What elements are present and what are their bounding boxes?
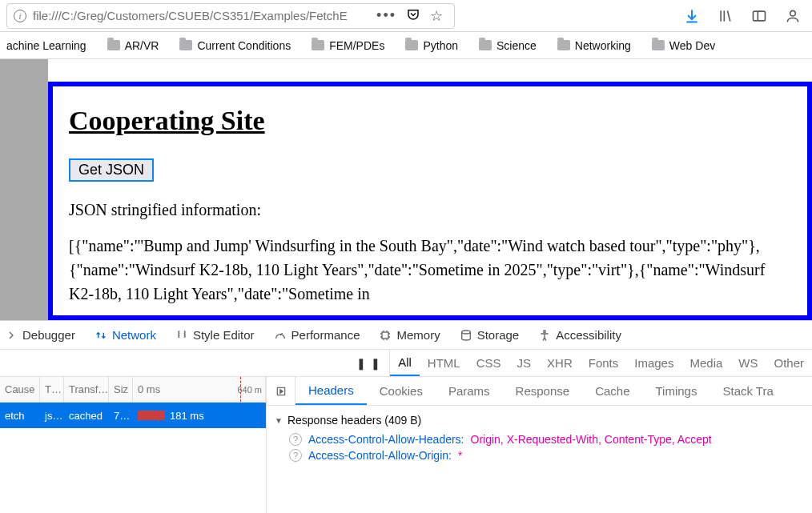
filter-fonts[interactable]: Fonts [581,350,627,376]
browser-urlbar-row: i file:///C:/Greg/Customers/CSUEB/CS351/… [0,0,812,32]
folder-icon [405,40,418,50]
network-request-row[interactable]: etch js… cached 7… 181 ms [0,403,266,428]
svg-point-3 [461,331,470,334]
header-row: ? Access-Control-Allow-Headers: Origin, … [275,431,804,447]
header-name: Access-Control-Allow-Headers: [308,433,464,446]
tab-memory[interactable]: Memory [379,328,440,342]
col-transferred[interactable]: Transf… [64,377,109,402]
bookmark-folder[interactable]: Web Dev [647,36,720,55]
folder-icon [652,40,665,50]
viewport-edge [0,59,48,320]
filter-ws[interactable]: WS [730,350,766,376]
filter-media[interactable]: Media [681,350,730,376]
page-viewport: Cooperating Site Get JSON JSON stringifi… [0,59,812,320]
details-tabbar: Headers Cookies Params Response Cache Ti… [267,377,812,406]
response-headers-section[interactable]: ▼ Response headers (409 B) [275,414,804,427]
sidebar-icon[interactable] [751,8,767,24]
pause-button[interactable]: ❚ ❚ [348,350,390,376]
bookmark-folder[interactable]: Python [400,36,463,55]
details-tab-cache[interactable]: Cache [582,377,642,405]
col-size[interactable]: Siz [109,377,133,402]
toolbar-icons [684,8,806,24]
devtools-tabbar: Debugger Network Style Editor Performanc… [0,321,812,350]
get-json-button[interactable]: Get JSON [69,158,154,182]
disclosure-triangle-icon[interactable]: ▼ [275,416,283,425]
toggle-raw-icon[interactable] [267,377,295,405]
details-tab-headers[interactable]: Headers [295,377,367,405]
bookmark-folder[interactable]: FEM/PDEs [307,36,389,55]
details-tab-response[interactable]: Response [503,377,583,405]
details-tab-timings[interactable]: Timings [643,377,710,405]
filter-html[interactable]: HTML [420,350,468,376]
filter-js[interactable]: JS [509,350,540,376]
network-table-header: Cause T… Transf… Siz 0 ms 640 m [0,377,266,403]
details-tab-params[interactable]: Params [436,377,503,405]
bookmark-folder[interactable]: Networking [553,36,636,55]
folder-icon [107,40,120,50]
filter-xhr[interactable]: XHR [539,350,581,376]
bookmark-label: Web Dev [669,39,715,52]
url-bar[interactable]: i file:///C:/Greg/Customers/CSUEB/CS351/… [6,3,455,29]
filter-css[interactable]: CSS [468,350,509,376]
bookmark-label: Networking [575,39,631,52]
tab-storage[interactable]: Storage [460,328,520,342]
json-dump-text: [{"name":"'Bump and Jump' Windsurfing in… [69,234,791,306]
help-icon[interactable]: ? [289,433,302,446]
bookmarks-bar: achine Learning AR/VR Current Conditions… [0,32,812,59]
header-row: ? Access-Control-Allow-Origin: * [275,447,804,463]
network-filter-bar: ❚ ❚ All HTML CSS JS XHR Fonts Images Med… [0,350,812,377]
col-cause[interactable]: Cause [0,377,40,402]
header-name: Access-Control-Allow-Origin: [308,449,452,462]
tab-network[interactable]: Network [94,328,156,342]
filter-other[interactable]: Other [766,350,812,376]
bookmark-folder[interactable]: Science [474,36,541,55]
devtools-panel: Debugger Network Style Editor Performanc… [0,320,812,513]
bookmark-label: Current Conditions [197,39,291,52]
bookmark-label: AR/VR [125,39,159,52]
svg-rect-2 [382,332,388,339]
page-actions-icon[interactable]: ••• [372,7,401,24]
filter-all[interactable]: All [390,350,420,376]
tab-performance[interactable]: Performance [274,328,360,342]
request-details: Headers Cookies Params Response Cache Ti… [267,377,812,513]
library-icon[interactable] [718,8,734,24]
bookmark-label: Science [496,39,537,52]
svg-point-1 [790,10,796,16]
bookmark-folder[interactable]: Current Conditions [175,36,295,55]
bookmark-star-icon[interactable]: ☆ [425,7,448,25]
downloads-icon[interactable] [684,8,700,24]
bookmark-label: FEM/PDEs [329,39,384,52]
folder-icon [479,40,492,50]
url-text: file:///C:/Greg/Customers/CSUEB/CS351/Ex… [33,9,348,22]
account-icon[interactable] [785,8,801,24]
svg-marker-6 [279,389,283,393]
network-table: Cause T… Transf… Siz 0 ms 640 m etch js…… [0,377,267,513]
page-title: Cooperating Site [69,106,791,136]
tab-debugger[interactable]: Debugger [5,328,75,342]
folder-icon [557,40,570,50]
page-content: Cooperating Site Get JSON JSON stringifi… [48,82,812,320]
details-tab-cookies[interactable]: Cookies [367,377,436,405]
svg-point-4 [544,331,546,333]
bookmark-folder[interactable]: achine Learning [2,36,91,55]
bookmark-label: Python [423,39,458,52]
bookmark-folder[interactable]: AR/VR [103,36,164,55]
tab-accessibility[interactable]: Accessibility [538,328,621,342]
folder-icon [312,40,324,50]
bookmark-label: achine Learning [6,39,86,52]
filter-images[interactable]: Images [626,350,681,376]
header-value: Origin, X-Requested-With, Content-Type, … [471,433,712,446]
svg-rect-0 [754,11,766,21]
json-subhead: JSON stringified information: [69,201,791,219]
timing-bar [138,411,165,420]
help-icon[interactable]: ? [289,449,302,462]
details-tab-stack[interactable]: Stack Tra [709,377,786,405]
pocket-icon[interactable] [401,7,425,24]
col-type[interactable]: T… [40,377,64,402]
folder-icon [179,40,192,50]
col-waterfall[interactable]: 0 ms 640 m [133,377,266,402]
site-info-icon[interactable]: i [14,10,26,22]
tab-style-editor[interactable]: Style Editor [175,328,255,342]
header-value: * [458,449,462,462]
headers-body: ▼ Response headers (409 B) ? Access-Cont… [267,406,812,470]
